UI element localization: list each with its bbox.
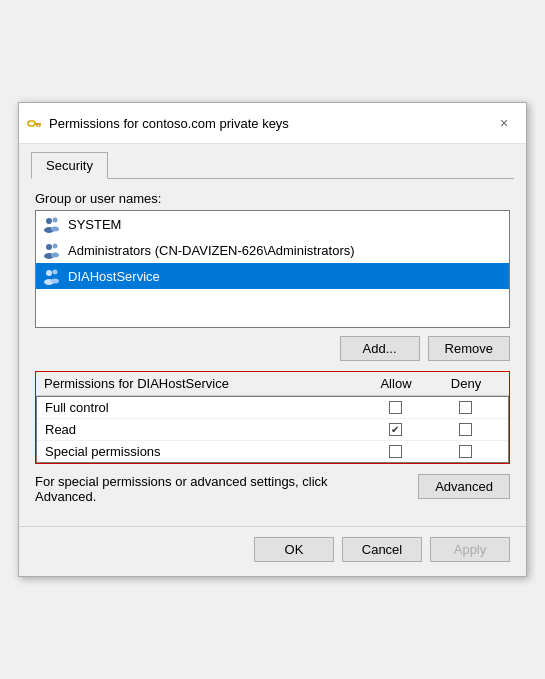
key-icon xyxy=(27,115,43,131)
permissions-header: Permissions for DIAHostService Allow Den… xyxy=(36,372,509,396)
advanced-row: For special permissions or advanced sett… xyxy=(35,474,510,504)
dialog: Permissions for contoso.com private keys… xyxy=(18,102,527,577)
checkbox-deny-read[interactable] xyxy=(459,423,472,436)
dialog-title: Permissions for contoso.com private keys xyxy=(49,116,289,131)
tab-bar: Security xyxy=(19,144,526,178)
security-tab[interactable]: Security xyxy=(31,152,108,179)
perm-allow-special[interactable] xyxy=(360,445,430,458)
checkbox-deny-special[interactable] xyxy=(459,445,472,458)
user-buttons-row: Add... Remove xyxy=(35,336,510,361)
checkbox-allow-read[interactable] xyxy=(389,423,402,436)
svg-point-7 xyxy=(51,227,59,232)
svg-rect-1 xyxy=(34,123,41,125)
svg-rect-0 xyxy=(28,121,35,126)
users-section-label: Group or user names: xyxy=(35,191,510,206)
remove-button[interactable]: Remove xyxy=(428,336,510,361)
svg-point-8 xyxy=(46,244,52,250)
permissions-header-allow: Allow xyxy=(361,376,431,391)
advanced-description: For special permissions or advanced sett… xyxy=(35,474,345,504)
svg-rect-2 xyxy=(39,125,41,127)
svg-point-14 xyxy=(53,270,58,275)
perm-allow-fullcontrol[interactable] xyxy=(360,401,430,414)
perm-allow-read[interactable] xyxy=(360,423,430,436)
perm-deny-special[interactable] xyxy=(430,445,500,458)
svg-point-11 xyxy=(51,253,59,258)
checkbox-allow-special[interactable] xyxy=(389,445,402,458)
permissions-header-name: Permissions for DIAHostService xyxy=(44,376,361,391)
user-label-system: SYSTEM xyxy=(68,217,121,232)
perm-row-read: Read xyxy=(37,419,508,441)
svg-point-12 xyxy=(46,270,52,276)
users-list: SYSTEM Administrators (CN-DAVIZEN-626\Ad… xyxy=(35,210,510,328)
perm-deny-read[interactable] xyxy=(430,423,500,436)
user-item-diahostservice[interactable]: DIAHostService xyxy=(36,263,509,289)
titlebar-left: Permissions for contoso.com private keys xyxy=(27,115,289,131)
cancel-button[interactable]: Cancel xyxy=(342,537,422,562)
perm-label-special: Special permissions xyxy=(45,444,360,459)
svg-rect-3 xyxy=(37,125,39,127)
perm-label-read: Read xyxy=(45,422,360,437)
permissions-box: Permissions for DIAHostService Allow Den… xyxy=(35,371,510,464)
permissions-inner: Full control Read xyxy=(36,396,509,463)
user-label-diahost: DIAHostService xyxy=(68,269,160,284)
checkbox-deny-fullcontrol[interactable] xyxy=(459,401,472,414)
user-group-icon-system xyxy=(42,214,62,234)
perm-label-fullcontrol: Full control xyxy=(45,400,360,415)
perm-deny-fullcontrol[interactable] xyxy=(430,401,500,414)
user-item-administrators[interactable]: Administrators (CN-DAVIZEN-626\Administr… xyxy=(36,237,509,263)
svg-point-6 xyxy=(53,218,58,223)
ok-button[interactable]: OK xyxy=(254,537,334,562)
user-label-admins: Administrators (CN-DAVIZEN-626\Administr… xyxy=(68,243,355,258)
svg-point-15 xyxy=(51,279,59,284)
advanced-button[interactable]: Advanced xyxy=(418,474,510,499)
checkbox-allow-fullcontrol[interactable] xyxy=(389,401,402,414)
user-group-icon-admins xyxy=(42,240,62,260)
svg-point-4 xyxy=(46,218,52,224)
close-button[interactable]: × xyxy=(492,111,516,135)
user-group-icon-diahost xyxy=(42,266,62,286)
footer: OK Cancel Apply xyxy=(19,526,526,576)
user-item-system[interactable]: SYSTEM xyxy=(36,211,509,237)
perm-row-fullcontrol: Full control xyxy=(37,397,508,419)
add-button[interactable]: Add... xyxy=(340,336,420,361)
titlebar: Permissions for contoso.com private keys… xyxy=(19,103,526,144)
svg-point-10 xyxy=(53,244,58,249)
content-area: Group or user names: SYSTEM xyxy=(19,179,526,516)
perm-row-special: Special permissions xyxy=(37,441,508,462)
apply-button[interactable]: Apply xyxy=(430,537,510,562)
permissions-header-deny: Deny xyxy=(431,376,501,391)
